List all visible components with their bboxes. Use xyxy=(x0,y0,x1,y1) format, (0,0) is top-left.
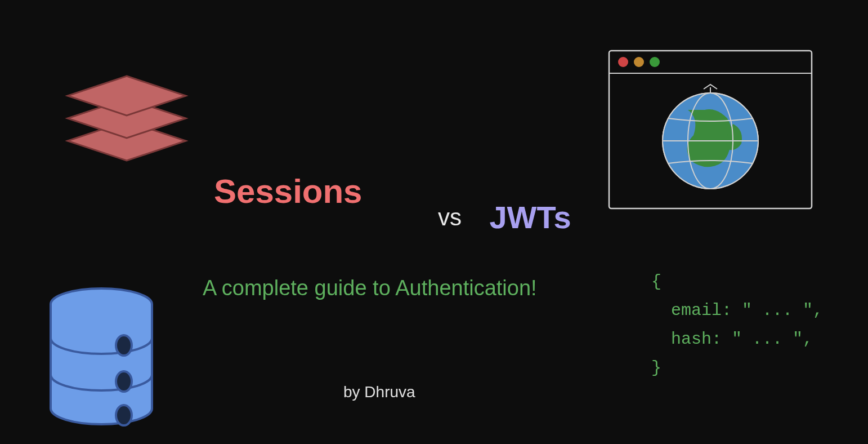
svg-marker-2 xyxy=(68,76,186,116)
svg-point-11 xyxy=(650,57,660,67)
subtitle: A complete guide to Authentication! xyxy=(203,276,537,300)
title-container: Sessions vs JWTs xyxy=(214,172,608,211)
title-jwts: JWTs xyxy=(489,199,571,236)
code-line-email: email: " ... ", xyxy=(651,296,823,325)
title-vs: vs xyxy=(438,204,462,231)
svg-point-9 xyxy=(618,57,628,67)
code-line-hash: hash: " ... ", xyxy=(651,325,823,354)
svg-point-10 xyxy=(634,57,644,67)
svg-point-6 xyxy=(116,405,132,425)
browser-window-icon xyxy=(606,48,815,214)
code-open-brace: { xyxy=(651,268,823,296)
svg-point-5 xyxy=(116,371,132,392)
stack-layers-icon xyxy=(56,62,197,177)
code-snippet: { email: " ... ", hash: " ... ", } xyxy=(651,268,823,383)
byline: by Dhruva xyxy=(343,383,415,401)
code-close-brace: } xyxy=(651,354,823,383)
database-icon xyxy=(39,285,163,433)
svg-point-4 xyxy=(116,335,132,356)
title-sessions: Sessions xyxy=(214,172,362,211)
